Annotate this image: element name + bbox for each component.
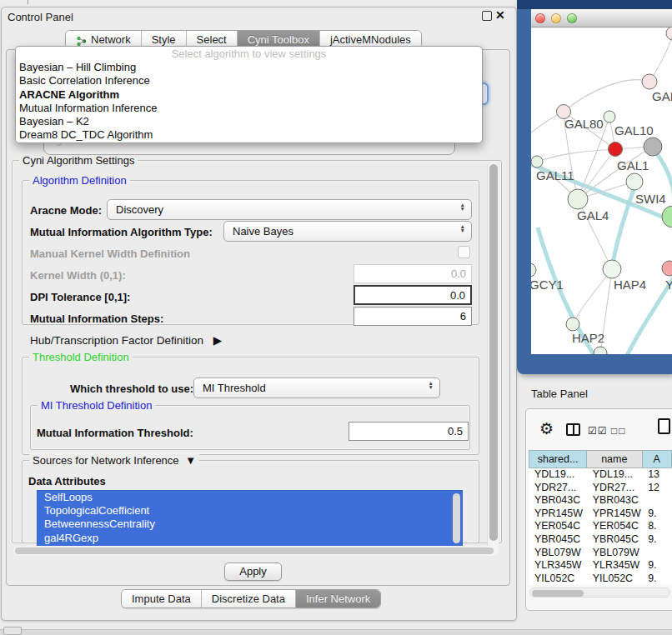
data-attributes-label: Data Attributes: [28, 475, 106, 488]
mi-threshold-field[interactable]: 0.5: [349, 422, 469, 441]
attr-list-scrollbar[interactable]: [453, 493, 460, 543]
top-tick-mark: [28, 0, 28, 4]
network-icon: [76, 34, 87, 45]
tab-impute-data[interactable]: Impute Data: [122, 590, 202, 608]
cell: YBR043C: [529, 494, 587, 508]
apply-button[interactable]: Apply: [224, 562, 282, 581]
zoom-traffic-light-icon[interactable]: [567, 13, 577, 23]
cell: [642, 494, 672, 508]
network-graph[interactable]: GAL7GAL80GAL10GAL1GAL11SWI4GAL4GCY1HAP4Y…: [531, 28, 672, 354]
manual-kernel-checkbox[interactable]: [458, 246, 470, 258]
algorithm-option-dream8-dc-tdc-algorithm[interactable]: Dream8 DC_TDC Algorithm: [16, 128, 482, 142]
bottom-left-button[interactable]: [3, 627, 22, 635]
cell: [642, 547, 672, 560]
network-node[interactable]: [603, 260, 621, 278]
cell: YPR145W: [587, 508, 642, 521]
table-row[interactable]: YPR145WYPR145W9.: [529, 508, 672, 521]
close-icon[interactable]: ✕: [495, 8, 505, 22]
gear-icon[interactable]: ⚙: [539, 419, 554, 438]
bottom-status-strip: [0, 629, 672, 635]
table-horizontal-scrollbar-thumb[interactable]: [532, 590, 584, 597]
which-threshold-combo[interactable]: MI Threshold ▲▼: [193, 378, 440, 398]
minimize-traffic-light-icon[interactable]: [551, 13, 561, 23]
algorithm-option-basic-correlation-inference[interactable]: Basic Correlation Inference: [16, 74, 482, 88]
tab-discretize-data[interactable]: Discretize Data: [202, 590, 296, 608]
cell: YDR27...: [529, 482, 587, 495]
node-label-gcy1: GCY1: [531, 278, 564, 292]
settings-horizontal-scrollbar[interactable]: [13, 546, 499, 556]
algorithm-option-mutual-information-inference[interactable]: Mutual Information Inference: [16, 102, 482, 115]
cell: 9.: [642, 533, 672, 547]
aracne-mode-label: Aracne Mode:: [30, 204, 102, 217]
network-node[interactable]: [531, 156, 543, 168]
network-node[interactable]: [626, 173, 643, 190]
hub-definition-expander[interactable]: Hub/Transcription Factor Definition ▶: [30, 333, 222, 347]
cell: 9.: [642, 508, 672, 521]
tab-infer-network[interactable]: Infer Network: [296, 590, 380, 608]
table-row[interactable]: YIL052CYIL052C9.: [529, 572, 672, 586]
cell: YDL19...: [529, 468, 587, 482]
cell: 13: [642, 468, 672, 482]
network-node[interactable]: [566, 318, 579, 331]
network-edge[interactable]: [537, 149, 615, 162]
attribute-selfloops[interactable]: SelfLoops: [38, 491, 462, 504]
kernel-width-field[interactable]: 0.0: [354, 264, 472, 283]
network-node[interactable]: [662, 206, 672, 228]
table-row[interactable]: YBR045CYBR045C9.: [529, 533, 672, 547]
columns-icon[interactable]: [566, 423, 580, 436]
close-traffic-light-icon[interactable]: [535, 13, 545, 23]
data-attributes-list[interactable]: SelfLoopsTopologicalCoefficientBetweenne…: [37, 490, 463, 547]
stepper-arrows-icon: ▲▼: [460, 224, 465, 232]
node-label-gal1: GAL1: [617, 158, 649, 172]
kernel-width-label: Kernel Width (0,1):: [30, 269, 126, 282]
sources-group-title[interactable]: Sources for Network Inference ▼: [29, 454, 199, 467]
which-threshold-label: Which threshold to use:: [70, 382, 193, 395]
node-label-gal7: GAL7: [652, 89, 672, 103]
mi-type-combo[interactable]: Naive Bayes ▲▼: [223, 221, 472, 242]
algorithm-option-bayesian-hill-climbing[interactable]: Bayesian – Hill Climbing: [16, 61, 482, 74]
algorithm-option-bayesian-k2[interactable]: Bayesian – K2: [16, 115, 482, 128]
algorithm-option-aracne-algorithm[interactable]: ARACNE Algorithm: [16, 88, 482, 102]
network-window-top-strip: [517, 0, 672, 9]
network-node[interactable]: [609, 142, 623, 157]
attribute-gal4rgexp[interactable]: gal4RGexp: [38, 532, 462, 545]
cell: YDR27...: [587, 482, 642, 495]
network-node[interactable]: [642, 74, 657, 89]
column-header-name[interactable]: name: [587, 450, 642, 468]
table-row[interactable]: YDR27...YDR27...12: [529, 482, 672, 495]
settings-vertical-scrollbar[interactable]: [487, 162, 499, 552]
network-node[interactable]: [644, 138, 662, 156]
network-node[interactable]: [594, 347, 607, 354]
deselect-all-checkboxes-icon[interactable]: □□: [611, 425, 627, 437]
float-window-icon[interactable]: [482, 11, 492, 21]
table-row[interactable]: YER054CYER054C8.: [529, 520, 672, 533]
control-panel-title: Control Panel: [1, 7, 517, 28]
table-horizontal-scrollbar[interactable]: [529, 588, 670, 598]
network-node[interactable]: [531, 263, 536, 277]
settings-horizontal-scrollbar-thumb[interactable]: [15, 548, 494, 554]
attribute-betweennesscentrality[interactable]: BetweennessCentrality: [38, 518, 462, 531]
network-node[interactable]: [666, 28, 672, 40]
network-node[interactable]: [662, 261, 672, 276]
settings-vertical-scrollbar-thumb[interactable]: [489, 164, 498, 541]
cell: 8.: [642, 520, 672, 533]
network-edge[interactable]: [564, 80, 649, 112]
table-row[interactable]: YLR345WYLR345W9.: [529, 559, 672, 572]
aracne-mode-combo[interactable]: Discovery ▲▼: [107, 199, 472, 220]
table-row[interactable]: YDL19...YDL19...13: [529, 468, 672, 482]
dpi-tolerance-field[interactable]: 0.0: [354, 285, 472, 305]
attribute-topologicalcoefficient[interactable]: TopologicalCoefficient: [38, 504, 462, 518]
network-canvas[interactable]: GAL7GAL80GAL10GAL1GAL11SWI4GAL4GCY1HAP4Y…: [531, 28, 672, 354]
network-edge[interactable]: [573, 269, 612, 324]
column-header-shared[interactable]: shared...: [529, 450, 587, 468]
document-icon[interactable]: [658, 418, 670, 434]
column-header-a[interactable]: A: [643, 450, 672, 468]
select-all-checkboxes-icon[interactable]: ☑☑: [588, 425, 608, 437]
network-node[interactable]: [568, 189, 588, 209]
table-row[interactable]: YBR043CYBR043C: [529, 494, 672, 508]
tab-label-infer-network: Infer Network: [306, 590, 370, 608]
network-window-titlebar[interactable]: [531, 9, 672, 28]
network-node[interactable]: [604, 111, 615, 122]
table-row[interactable]: YBL079WYBL079W: [529, 547, 672, 560]
mi-steps-field[interactable]: 6: [354, 307, 472, 326]
